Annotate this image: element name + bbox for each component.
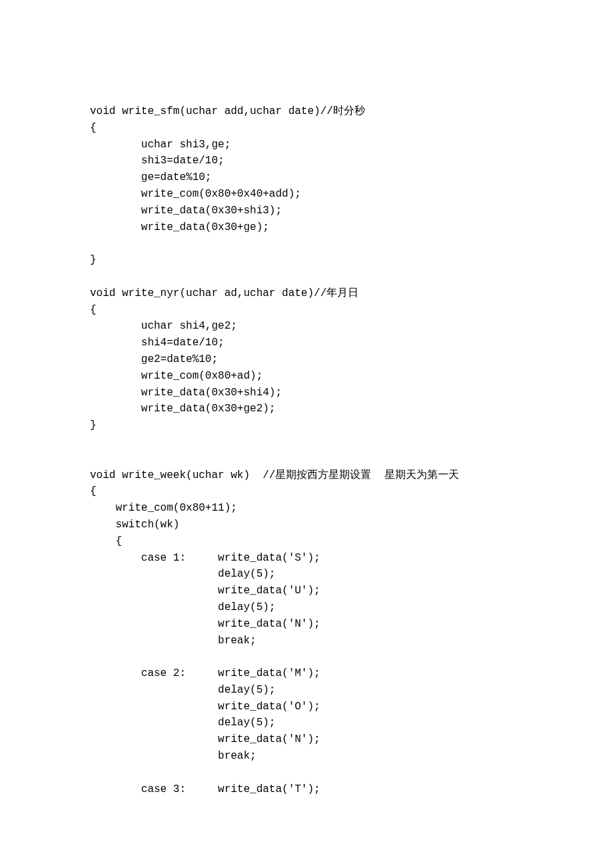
code-line: uchar shi3,ge; xyxy=(90,137,523,153)
code-line: { xyxy=(90,120,523,137)
code-line xyxy=(90,434,523,451)
code-line: switch(wk) xyxy=(90,517,523,533)
code-line: write_data('O'); xyxy=(90,699,523,715)
code-line: case 1: write_data('S'); xyxy=(90,550,523,567)
code-line: write_data(0x30+ge2); xyxy=(90,401,523,417)
code-line: shi4=date/10; xyxy=(90,335,523,351)
code-line: write_data('N'); xyxy=(90,731,523,748)
code-line: { xyxy=(90,533,523,550)
code-line: shi3=date/10; xyxy=(90,153,523,169)
code-line: delay(5); xyxy=(90,566,523,583)
code-line: } xyxy=(90,417,523,434)
code-line: break; xyxy=(90,633,523,649)
code-line: delay(5); xyxy=(90,599,523,616)
code-line: write_com(0x80+ad); xyxy=(90,368,523,385)
code-line: break; xyxy=(90,748,523,765)
code-line: case 3: write_data('T'); xyxy=(90,781,523,798)
code-line: delay(5); xyxy=(90,715,523,731)
code-line: ge2=date%10; xyxy=(90,351,523,368)
code-line: write_com(0x80+0x40+add); xyxy=(90,186,523,203)
code-line: write_com(0x80+11); xyxy=(90,500,523,517)
code-line xyxy=(90,269,523,285)
code-line: { xyxy=(90,483,523,500)
code-line: write_data('U'); xyxy=(90,583,523,599)
code-line: write_data(0x30+shi3); xyxy=(90,203,523,219)
code-line xyxy=(90,451,523,467)
code-line: void write_sfm(uchar add,uchar date)//时分… xyxy=(90,103,523,120)
code-line: } xyxy=(90,252,523,269)
code-line: void write_nyr(uchar ad,uchar date)//年月日 xyxy=(90,285,523,302)
code-line xyxy=(90,765,523,781)
code-line: case 2: write_data('M'); xyxy=(90,665,523,682)
code-line: { xyxy=(90,302,523,319)
document-page: void write_sfm(uchar add,uchar date)//时分… xyxy=(0,0,613,868)
code-line xyxy=(90,235,523,252)
code-line: delay(5); xyxy=(90,682,523,699)
code-line xyxy=(90,649,523,665)
code-line: write_data(0x30+ge); xyxy=(90,219,523,236)
code-line: write_data(0x30+shi4); xyxy=(90,385,523,401)
code-line: write_data('N'); xyxy=(90,616,523,633)
code-line: ge=date%10; xyxy=(90,169,523,186)
code-line: void write_week(uchar wk) //星期按西方星期设置 星期… xyxy=(90,467,523,484)
code-line: uchar shi4,ge2; xyxy=(90,318,523,335)
